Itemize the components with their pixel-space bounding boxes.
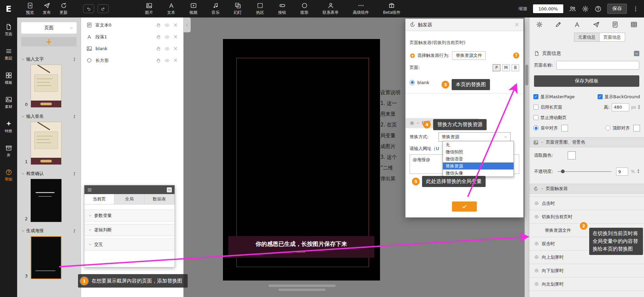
- page-thumbnail-2[interactable]: [31, 179, 62, 222]
- page-group-header[interactable]: 输入文字: [17, 54, 81, 64]
- page-thumbnail-3[interactable]: [31, 236, 62, 279]
- behavior-help-icon[interactable]: ?: [513, 52, 519, 59]
- eye-icon[interactable]: [164, 34, 170, 40]
- save-as-template-button[interactable]: 保存为模板: [534, 75, 639, 87]
- add-behavior-icon[interactable]: [410, 53, 415, 59]
- toolbar-item-beta[interactable]: Beta组件: [383, 2, 401, 15]
- opacity-stepper[interactable]: [638, 169, 639, 174]
- close-icon[interactable]: ×: [173, 34, 178, 40]
- undo-button[interactable]: [83, 4, 94, 13]
- save-button[interactable]: 保存: [607, 4, 627, 14]
- tab-element-info[interactable]: 元素信息: [574, 33, 600, 42]
- pencil-icon[interactable]: [555, 21, 562, 28]
- variables-tab-2[interactable]: 全局: [114, 194, 144, 204]
- toolbar-item-advanced[interactable]: 高级组件: [353, 2, 369, 15]
- toolbar-item-text[interactable]: 文本: [167, 2, 175, 15]
- page-canvas[interactable]: 你的感恩已生成，长按图片保存下来 ……: [223, 39, 380, 281]
- close-icon[interactable]: ×: [173, 22, 178, 28]
- toolbar-item-contact-form[interactable]: 联系表单: [323, 2, 339, 15]
- replace-option[interactable]: 微信语音: [443, 155, 514, 162]
- settings-gear-icon[interactable]: [582, 5, 589, 12]
- eye-icon[interactable]: [164, 23, 170, 28]
- variables-section[interactable]: 参数变量: [84, 210, 175, 222]
- variables-section[interactable]: 逻辑判断: [84, 224, 175, 236]
- opacity-slider[interactable]: [558, 171, 611, 172]
- replace-mode-select[interactable]: 替换资源: [439, 132, 510, 142]
- plane-icon[interactable]: [593, 21, 600, 28]
- page-height-input[interactable]: [612, 103, 629, 111]
- hand-icon[interactable]: [156, 46, 161, 51]
- hand-icon[interactable]: [156, 23, 161, 28]
- close-icon[interactable]: ×: [173, 46, 178, 51]
- variables-tab-3[interactable]: 数据表: [145, 194, 175, 204]
- hand-icon[interactable]: [156, 58, 161, 63]
- app-logo[interactable]: E: [0, 0, 17, 17]
- toolbar-item-button[interactable]: 按钮: [278, 2, 286, 15]
- close-dialog-icon[interactable]: ×: [515, 22, 519, 28]
- canvas-scrollbar[interactable]: [525, 17, 529, 297]
- replace-option[interactable]: 无: [443, 141, 514, 148]
- sidebar-item-asset[interactable]: 素材: [5, 96, 12, 109]
- replace-option[interactable]: 微信拍照: [443, 148, 514, 155]
- show-masterpage-checkbox[interactable]: [533, 94, 538, 99]
- toolbar-item-image[interactable]: 图片: [145, 2, 153, 15]
- toolbar-item-refresh[interactable]: 更新: [60, 2, 68, 15]
- page-group-header[interactable]: 输入签名: [17, 112, 81, 121]
- page-trigger-row[interactable]: 点击时: [529, 197, 644, 210]
- sidebar-item-library[interactable]: 库: [5, 145, 12, 158]
- toolbar-item-publish[interactable]: 发布: [43, 2, 51, 15]
- show-background-checkbox[interactable]: [598, 94, 603, 99]
- layer-row[interactable]: blank×: [81, 43, 183, 54]
- layer-row[interactable]: 段落1×: [81, 31, 183, 43]
- layer-row[interactable]: 长方形×: [81, 54, 183, 66]
- background-color-swatch[interactable]: [568, 151, 576, 159]
- page-trigger-row[interactable]: 向左划屏时: [529, 277, 644, 291]
- align-top-radio[interactable]: [605, 125, 610, 131]
- add-page-button[interactable]: +: [21, 37, 77, 46]
- page-selector-dropdown[interactable]: 页面: [21, 22, 77, 34]
- toolbar-item-preview[interactable]: 预览: [26, 2, 34, 15]
- toolbar-item-hotspot[interactable]: 热区: [256, 2, 264, 15]
- page-scope-M[interactable]: M: [502, 64, 510, 71]
- eye-icon[interactable]: [164, 46, 170, 51]
- confirm-button[interactable]: [452, 201, 477, 212]
- doc-icon[interactable]: [612, 21, 618, 28]
- align-center-radio[interactable]: [533, 125, 538, 131]
- variables-tab-1[interactable]: 当前页: [84, 194, 114, 204]
- page-group-header[interactable]: 检查确认: [17, 169, 81, 178]
- variables-panel-header[interactable]: −: [84, 185, 175, 194]
- height-stepper[interactable]: [638, 105, 640, 110]
- behavior-value-button[interactable]: 替换资源文件: [452, 51, 486, 60]
- collapse-section-button[interactable]: −: [634, 51, 639, 56]
- page-name-input[interactable]: [556, 61, 639, 70]
- help-circle-icon[interactable]: [595, 5, 602, 12]
- toolbar-item-slides[interactable]: 幻灯: [234, 2, 242, 15]
- tab-page-info[interactable]: 页面信息: [600, 33, 625, 42]
- gear-icon[interactable]: [536, 21, 543, 28]
- eye-icon[interactable]: [164, 58, 170, 63]
- sidebar-item-page[interactable]: 页面: [5, 24, 12, 37]
- sidebar-item-layers[interactable]: 图层: [5, 48, 12, 61]
- toolbar-item-shape[interactable]: 图形: [300, 2, 308, 15]
- variables-section[interactable]: 交互: [84, 238, 175, 251]
- sidebar-item-template[interactable]: 模板: [5, 72, 12, 85]
- page-thumbnail-0[interactable]: [31, 65, 62, 108]
- font-icon[interactable]: [574, 21, 580, 28]
- scrollbar-thumb[interactable]: [525, 65, 528, 85]
- collaborators-icon[interactable]: [569, 5, 576, 12]
- page-group-header[interactable]: 生成海报: [17, 226, 81, 235]
- toolbar-item-video[interactable]: 视频: [189, 2, 197, 15]
- more-menu-icon[interactable]: [633, 5, 639, 12]
- page-scope-B[interactable]: B: [512, 64, 519, 71]
- table-icon[interactable]: [631, 21, 637, 28]
- page-scope-P[interactable]: P: [493, 64, 500, 71]
- trigger-dialog-header[interactable]: 触发器 ×: [406, 19, 523, 31]
- minimize-button[interactable]: −: [167, 187, 172, 192]
- toolbar-item-music[interactable]: 音乐: [212, 2, 220, 15]
- no-swipe-checkbox[interactable]: [533, 115, 538, 120]
- collapse-panel-button[interactable]: [184, 17, 191, 32]
- zoom-input[interactable]: [533, 4, 563, 13]
- close-icon[interactable]: ×: [173, 58, 178, 63]
- sidebar-item-help[interactable]: 帮助: [5, 169, 12, 182]
- replace-option[interactable]: 替换资源: [443, 162, 514, 170]
